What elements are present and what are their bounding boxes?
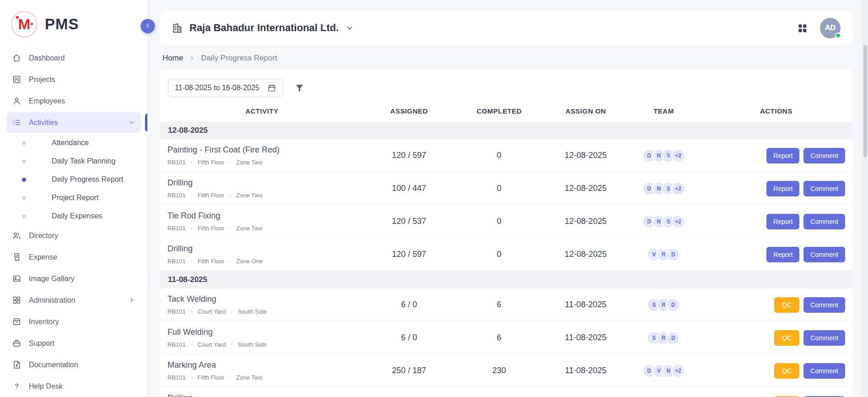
sidebar-subitem-attendance[interactable]: Attendance (6, 134, 141, 152)
sidebar-subitem-daily-expenses[interactable]: Daily Expenses (6, 207, 141, 225)
location-path-part: Zone One (236, 258, 263, 265)
row-actions: QCComment (700, 297, 845, 313)
chevron-right-icon (228, 226, 232, 231)
column-header-assigned: ASSIGNED (364, 101, 454, 122)
bullet-icon (22, 159, 26, 163)
table-body: 12-08-2025 Painting - First Coat (Fire R… (160, 122, 852, 397)
chevron-right-icon (189, 310, 194, 314)
sidebar-subitem-daily-task-planning[interactable]: Daily Task Planning (6, 152, 141, 170)
apps-grid-icon[interactable] (797, 22, 808, 34)
comment-button[interactable]: Comment (803, 181, 845, 196)
activity-location: RB101Court YardSouth Side (167, 341, 361, 348)
team-extra-count[interactable]: +2 (671, 215, 685, 228)
assigned-value: 6 / 0 (364, 321, 454, 354)
assigned-value: 250 / 187 (364, 354, 454, 387)
user-avatar[interactable]: AD (820, 18, 841, 38)
location-path-part: South Side (237, 341, 267, 348)
activity-location: RB101Fifth FloorZone One (167, 258, 361, 265)
sidebar-item-help-desk[interactable]: Help Desk (6, 376, 141, 397)
assign-on-date: 11-08-2025 (544, 387, 627, 397)
chevron-right-icon (189, 193, 194, 198)
team-member-avatar[interactable]: D (666, 331, 680, 345)
qc-button[interactable]: QC (774, 330, 799, 346)
chevron-right-icon (189, 226, 194, 231)
activity-row: Marking Area RB101Fifth FloorZone Two 25… (160, 354, 852, 387)
report-button[interactable]: Report (766, 181, 799, 196)
chevron-right-icon (229, 343, 234, 347)
team-extra-count[interactable]: +2 (671, 182, 685, 196)
sidebar-item-dashboard[interactable]: Dashboard (6, 48, 141, 68)
comment-button[interactable]: Comment (803, 363, 845, 379)
sidebar-item-label: Projects (29, 76, 135, 84)
comment-button[interactable]: Comment (803, 148, 845, 163)
filter-icon[interactable] (294, 83, 305, 93)
sidebar-subitem-label: Project Report (52, 194, 98, 202)
breadcrumb-home-link[interactable]: Home (162, 54, 183, 63)
team-member-avatar[interactable]: D (666, 298, 680, 312)
activity-row: Drilling RB101Fifth FloorZone Two 120 / … (160, 387, 852, 397)
scrollbar-thumb[interactable] (863, 45, 867, 157)
location-path-part: RB101 (167, 341, 186, 348)
helpdesk-icon (12, 381, 22, 391)
comment-button[interactable]: Comment (803, 330, 845, 346)
expense-icon (12, 252, 22, 262)
activity-row: Painting - First Coat (Fire Red) RB101Fi… (160, 139, 852, 172)
bullet-icon (22, 141, 26, 145)
column-header-actions: ACTIONS (700, 101, 852, 122)
assign-on-date: 12-08-2025 (544, 139, 627, 172)
report-card: 11-08-2025 to 16-08-2025 ACTIVITYASSIGNE… (160, 70, 852, 397)
table-header-row: ACTIVITYASSIGNEDCOMPLETEDASSIGN ONTEAMAC… (160, 101, 852, 122)
sidebar-subitem-label: Daily Expenses (52, 212, 102, 220)
company-selector[interactable]: Raja Bahadur International Ltd. (172, 22, 354, 34)
assigned-value: 120 / 447 (364, 387, 454, 397)
comment-button[interactable]: Comment (803, 214, 845, 229)
vertical-scrollbar[interactable] (863, 0, 868, 397)
activity-location: RB101Fifth FloorZone Two (167, 225, 361, 232)
sidebar-item-expense[interactable]: Expense (6, 247, 141, 267)
location-path-part: Fifth Floor (198, 374, 225, 381)
sidebar-subitem-project-report[interactable]: Project Report (6, 189, 141, 207)
qc-button[interactable]: QC (774, 297, 799, 313)
app-logo[interactable]: M PMS (0, 0, 147, 48)
team-extra-count[interactable]: +2 (671, 364, 685, 378)
chevron-right-icon (229, 310, 234, 314)
completed-value: 90 (454, 387, 544, 397)
activity-row: Drilling RB101Fifth FloorZone Two 100 / … (160, 172, 852, 205)
comment-button[interactable]: Comment (803, 247, 845, 262)
sidebar-item-directory[interactable]: Directory (6, 225, 141, 246)
report-button[interactable]: Report (766, 214, 799, 229)
team-avatars: DNS+2 (627, 215, 700, 228)
team-extra-count[interactable]: +2 (671, 149, 685, 163)
sidebar-item-inventory[interactable]: Inventory (6, 311, 141, 332)
report-button[interactable]: Report (766, 247, 799, 262)
chevron-right-icon (189, 259, 194, 264)
team-avatars: SRD (627, 298, 700, 312)
date-group-row: 12-08-2025 (160, 122, 852, 139)
report-button[interactable]: Report (766, 148, 799, 163)
sidebar-item-image-gallary[interactable]: Image Gallary (6, 268, 141, 289)
logo-mark-icon: M (11, 11, 38, 38)
sidebar-item-activities[interactable]: Activities (6, 112, 141, 133)
assign-on-date: 11-08-2025 (544, 288, 627, 321)
location-path-part: RB101 (167, 308, 186, 315)
sidebar-subitem-daily-progress-report[interactable]: Daily Progress Report (6, 170, 141, 189)
sidebar-item-projects[interactable]: Projects (6, 69, 141, 90)
breadcrumb: Home Daily Progress Report (162, 54, 850, 63)
chevron-right-icon (128, 296, 135, 304)
sidebar-item-administration[interactable]: Administration (6, 290, 141, 310)
date-range-input[interactable]: 11-08-2025 to 16-08-2025 (168, 79, 283, 97)
sidebar-subitem-label: Daily Progress Report (52, 175, 124, 184)
sidebar-collapse-button[interactable] (141, 19, 155, 33)
qc-button[interactable]: QC (774, 363, 799, 379)
team-member-avatar[interactable]: D (666, 248, 680, 261)
sidebar-item-employees[interactable]: Employees (6, 91, 141, 111)
comment-button[interactable]: Comment (803, 297, 845, 313)
activity-location: RB101Court YardSouth Side (167, 308, 361, 315)
sidebar-item-documentation[interactable]: Documentation (6, 354, 141, 375)
sidebar-subitem-label: Attendance (52, 139, 89, 147)
location-path-part: RB101 (167, 225, 186, 232)
projects-icon (12, 75, 22, 84)
team-avatars: VRD (627, 248, 700, 261)
sidebar-item-support[interactable]: Support (6, 333, 141, 353)
chevron-right-icon (189, 343, 194, 347)
